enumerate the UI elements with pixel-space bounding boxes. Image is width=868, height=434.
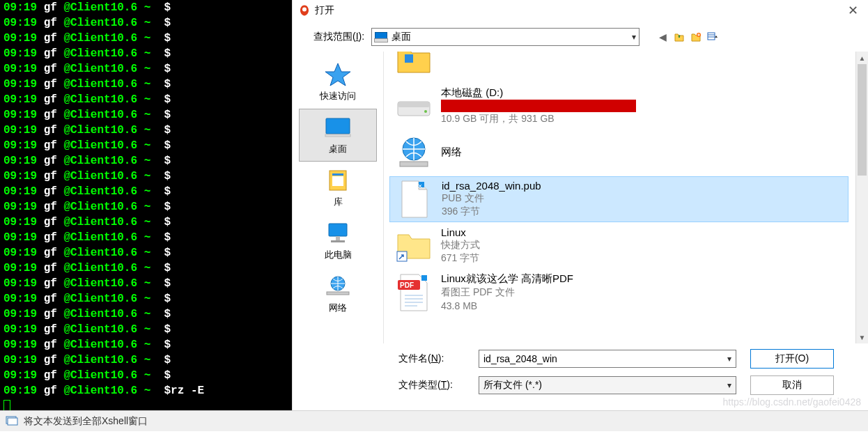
file-subinfo: 10.9 GB 可用，共 931 GB [441, 112, 843, 126]
dialog-titlebar: 打开 ✕ [293, 0, 868, 21]
lookup-value: 桌面 [392, 31, 628, 43]
lookup-label: 查找范围(I): [313, 31, 364, 43]
open-button[interactable]: 打开(O) [750, 349, 834, 369]
file-size: 43.8 MB [441, 300, 843, 313]
scroll-track[interactable] [856, 64, 868, 331]
filename-combobox[interactable]: id_rsa_2048_win ▾ [479, 350, 736, 368]
filetype-combobox[interactable]: 所有文件 (*.*) ▾ [479, 376, 736, 394]
svg-rect-10 [336, 236, 340, 240]
scroll-down-icon[interactable]: ▼ [856, 331, 868, 343]
disk-usage-bar [441, 100, 636, 112]
svg-rect-19 [400, 162, 428, 166]
back-icon[interactable]: ◀ [656, 31, 669, 43]
file-type: 看图王 PDF 文件 [441, 286, 843, 300]
file-name: id_rsa_2048_win.pub [442, 180, 842, 192]
svg-rect-16 [398, 102, 430, 107]
filename-label: 文件名(N): [398, 352, 465, 365]
dialog-title: 打开 [315, 4, 334, 17]
svg-rect-1 [708, 33, 715, 40]
svg-text:PDF: PDF [400, 281, 414, 289]
file-name: Linux就该这么学 高清晰PDF [441, 272, 843, 286]
file-name: 本地磁盘 (D:) [441, 86, 843, 100]
chevron-down-icon: ▾ [727, 354, 731, 364]
dialog-bottom: 文件名(N): id_rsa_2048_win ▾ 打开(O) 文件类型(T):… [293, 343, 868, 410]
places-network[interactable]: 网络 [299, 268, 377, 320]
filetype-value: 所有文件 (*.*) [483, 379, 542, 392]
file-size: 671 字节 [441, 251, 843, 265]
pdf-icon: PDF [395, 273, 433, 312]
pc-icon [324, 221, 352, 246]
svg-rect-4 [326, 118, 350, 134]
place-label: 网络 [329, 302, 347, 314]
drive-icon [395, 86, 433, 125]
places-desktop[interactable]: 桌面 [299, 109, 377, 162]
new-folder-icon[interactable] [690, 31, 702, 43]
lookup-row: 查找范围(I): 桌面 ▾ ◀ [293, 21, 868, 52]
file-list: 本地磁盘 (D:) 10.9 GB 可用，共 931 GB 网络 [383, 52, 868, 343]
file-item-network[interactable]: 网络 [389, 130, 848, 175]
app-icon [298, 4, 311, 17]
file-item-disk-d[interactable]: 本地磁盘 (D:) 10.9 GB 可用，共 931 GB [389, 84, 848, 129]
file-size: 396 字节 [442, 205, 842, 219]
desktop-icon [324, 115, 352, 140]
scroll-up-icon[interactable]: ▲ [856, 52, 868, 64]
chevron-down-icon: ▾ [727, 380, 731, 390]
toolbar: ◀ [656, 31, 719, 43]
file-type: PUB 文件 [442, 192, 842, 206]
chevron-down-icon: ▾ [632, 32, 636, 42]
svg-rect-8 [332, 176, 343, 186]
status-text: 将文本发送到全部Xshell窗口 [24, 415, 148, 428]
scrollbar[interactable]: ▲ ▼ [855, 52, 868, 343]
file-item-partial[interactable] [389, 52, 848, 82]
file-item-pub[interactable]: id_rsa_2048_win.pub PUB 文件 396 字节 [389, 176, 848, 222]
svg-rect-14 [405, 54, 413, 63]
view-menu-icon[interactable] [706, 31, 719, 43]
status-bar: 将文本发送到全部Xshell窗口 [0, 410, 868, 431]
library-icon [324, 168, 352, 193]
svg-rect-9 [329, 224, 347, 236]
file-icon [396, 180, 433, 219]
places-bar: 快速访问 桌面 库 此 [293, 52, 383, 343]
folder-shortcut-icon [395, 226, 433, 265]
close-icon[interactable]: ✕ [844, 3, 862, 18]
places-this-pc[interactable]: 此电脑 [299, 215, 377, 268]
filetype-label: 文件类型(T): [398, 379, 465, 392]
folder-icon [395, 52, 433, 79]
place-label: 库 [334, 196, 343, 208]
file-name: Linux [441, 226, 843, 238]
network-icon [324, 274, 352, 299]
place-label: 桌面 [329, 143, 347, 155]
file-name: 网络 [441, 146, 843, 159]
terminal[interactable]: 09:19 gf @Client10.6 ~ $09:19 gf @Client… [0, 0, 292, 410]
dialog-middle: 快速访问 桌面 库 此 [293, 52, 868, 343]
cancel-button[interactable]: 取消 [750, 375, 834, 395]
broadcast-icon[interactable] [6, 414, 18, 428]
up-icon[interactable] [673, 31, 685, 43]
place-label: 快速访问 [320, 90, 356, 102]
svg-rect-30 [8, 418, 17, 425]
svg-rect-7 [332, 173, 343, 176]
desktop-icon [375, 32, 387, 42]
svg-rect-28 [421, 275, 427, 281]
svg-rect-5 [325, 134, 350, 137]
open-file-dialog: 打开 ✕ 查找范围(I): 桌面 ▾ ◀ [292, 0, 868, 410]
file-type: 快捷方式 [441, 238, 843, 252]
places-quick-access[interactable]: 快速访问 [299, 56, 377, 109]
network-icon [395, 133, 433, 172]
file-item-pdf[interactable]: PDF Linux就该这么学 高清晰PDF 看图王 PDF 文件 43.8 MB [389, 270, 848, 316]
filename-value: id_rsa_2048_win [483, 353, 557, 364]
svg-point-17 [424, 110, 427, 113]
lookup-combobox[interactable]: 桌面 ▾ [371, 28, 640, 46]
svg-rect-13 [327, 292, 349, 295]
place-label: 此电脑 [325, 249, 352, 261]
places-library[interactable]: 库 [299, 162, 377, 215]
file-item-linux[interactable]: Linux 快捷方式 671 字节 [389, 224, 848, 268]
star-icon [324, 62, 352, 87]
scroll-thumb[interactable] [858, 64, 867, 176]
svg-rect-11 [331, 240, 345, 242]
